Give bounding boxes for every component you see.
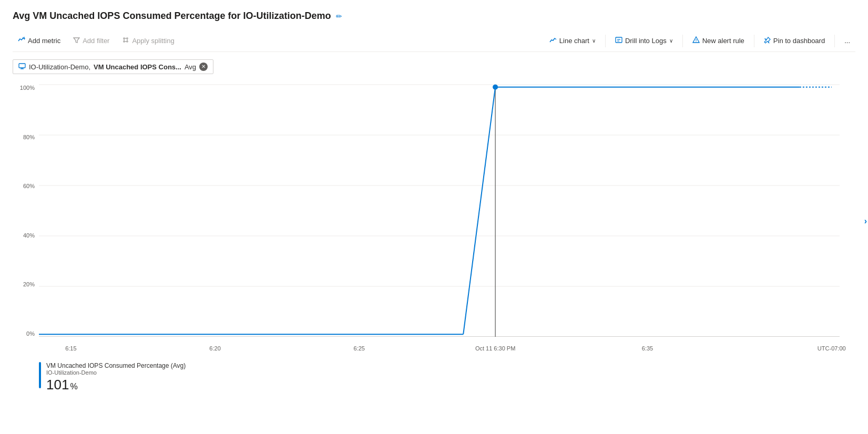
line-chart-chevron-icon: ∨ [592, 38, 596, 44]
y-axis: 0% 20% 40% 60% 80% 100% [13, 85, 39, 337]
legend: VM Uncached IOPS Consumed Percentage (Av… [13, 362, 855, 393]
x-label-630: Oct 11 6:30 PM [475, 345, 515, 352]
x-label-620: 6:20 [209, 345, 220, 352]
expand-chart-icon[interactable]: › [864, 216, 867, 226]
more-options-label: ... [844, 37, 850, 45]
svg-point-23 [493, 85, 498, 90]
x-label-625: 6:25 [353, 345, 364, 352]
metric-tag: IO-Utilization-Demo, VM Uncached IOPS Co… [13, 59, 213, 74]
line-chart-label: Line chart [559, 37, 589, 45]
page-title: Avg VM Uncached IOPS Consumed Percentage… [13, 11, 331, 22]
add-metric-label: Add metric [28, 37, 60, 45]
separator-3 [754, 35, 754, 47]
legend-unit: % [70, 382, 77, 391]
apply-splitting-button[interactable]: Apply splitting [117, 33, 179, 48]
metric-tag-close-button[interactable]: ✕ [199, 63, 208, 71]
separator-1 [605, 35, 606, 47]
svg-point-2 [124, 41, 125, 42]
line-chart-button[interactable]: Line chart ∨ [544, 33, 601, 48]
legend-text: VM Uncached IOPS Consumed Percentage (Av… [46, 362, 186, 393]
metric-name: VM Uncached IOPS Cons... [94, 63, 181, 71]
x-label-615: 6:15 [65, 345, 76, 352]
legend-color-bar [39, 362, 41, 388]
svg-rect-13 [19, 64, 25, 68]
chart-body [39, 85, 840, 337]
pin-to-dashboard-button[interactable]: Pin to dashboard [759, 34, 830, 48]
svg-point-12 [696, 41, 696, 42]
new-alert-rule-button[interactable]: New alert rule [687, 33, 750, 48]
monitor-icon [18, 63, 26, 71]
toolbar: Add metric Add filter Apply splitting Li… [13, 30, 855, 52]
add-metric-button[interactable]: Add metric [13, 33, 66, 48]
legend-value-display: 101 % [46, 377, 186, 393]
svg-point-0 [124, 38, 125, 39]
add-filter-button[interactable]: Add filter [68, 34, 115, 48]
metric-aggregation: Avg [185, 63, 196, 71]
add-filter-label: Add filter [83, 37, 109, 45]
add-metric-icon [18, 36, 25, 45]
x-label-635: 6:35 [642, 345, 653, 352]
pin-icon [764, 37, 771, 45]
drill-into-logs-button[interactable]: Drill into Logs ∨ [610, 33, 678, 48]
apply-splitting-icon [122, 36, 129, 45]
y-label-80: 80% [13, 134, 39, 140]
y-label-100: 100% [13, 85, 39, 91]
chart-area: 0% 20% 40% 60% 80% 100% 6:15 6:20 6:25 O… [13, 85, 855, 358]
x-label-utc: UTC-07:00 [818, 345, 846, 352]
drill-into-logs-label: Drill into Logs [625, 37, 667, 45]
y-label-60: 60% [13, 183, 39, 189]
svg-rect-8 [616, 37, 622, 43]
svg-point-3 [127, 41, 128, 42]
separator-2 [682, 35, 683, 47]
title-row: Avg VM Uncached IOPS Consumed Percentage… [13, 11, 855, 22]
drill-logs-chevron-icon: ∨ [669, 38, 673, 44]
line-chart-icon [549, 36, 557, 45]
add-filter-icon [73, 37, 80, 45]
apply-splitting-label: Apply splitting [132, 37, 174, 45]
y-label-40: 40% [13, 232, 39, 239]
separator-4 [834, 35, 835, 47]
metric-resource: IO-Utilization-Demo, [29, 63, 90, 71]
new-alert-rule-label: New alert rule [702, 37, 744, 45]
drill-logs-icon [615, 36, 622, 45]
edit-title-icon[interactable]: ✏ [336, 12, 342, 20]
pin-to-dashboard-label: Pin to dashboard [773, 37, 825, 45]
y-label-0: 0% [13, 330, 39, 337]
legend-title: VM Uncached IOPS Consumed Percentage (Av… [46, 362, 186, 369]
more-options-button[interactable]: ... [839, 34, 855, 48]
y-label-20: 20% [13, 281, 39, 287]
legend-subtitle: IO-Utilization-Demo [46, 369, 186, 376]
alert-icon [692, 36, 700, 45]
x-axis: 6:15 6:20 6:25 Oct 11 6:30 PM 6:35 UTC-0… [39, 342, 840, 358]
svg-point-1 [127, 38, 128, 39]
legend-number: 101 [46, 377, 69, 393]
